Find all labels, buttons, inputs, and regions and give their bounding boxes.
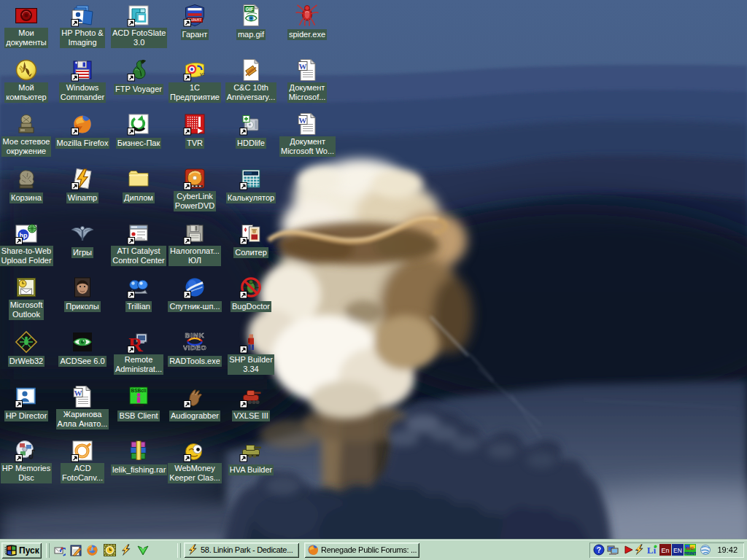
svg-text:BSBcli: BSBcli	[131, 388, 147, 393]
svg-text:?: ?	[597, 546, 601, 554]
svg-text:V7: V7	[200, 72, 206, 77]
svg-text:BIG: BIG	[686, 546, 694, 551]
svg-text:W: W	[299, 62, 307, 71]
svg-text:VIDEO: VIDEO	[183, 343, 206, 351]
svg-text:PRINT: PRINT	[684, 551, 696, 556]
svg-text:En: En	[661, 547, 669, 554]
svg-text:EN: EN	[673, 547, 682, 554]
svg-text:W: W	[299, 116, 307, 125]
svg-text:GIF: GIF	[245, 7, 253, 12]
svg-text:W: W	[74, 389, 82, 397]
